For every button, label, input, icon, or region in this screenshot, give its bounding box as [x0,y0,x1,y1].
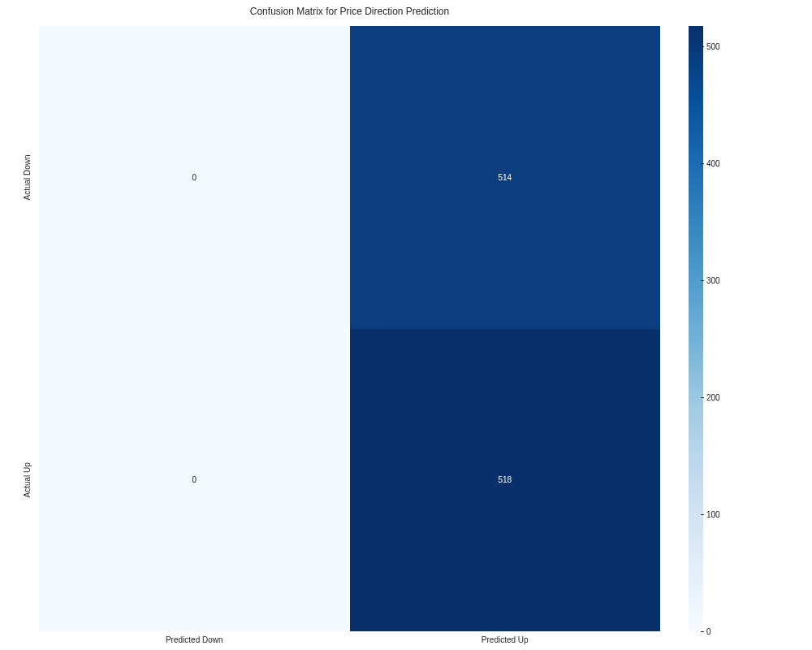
y-axis-labels: Actual Down Actual Up [15,26,39,631]
chart-title: Confusion Matrix for Price Direction Pre… [39,6,660,17]
colorbar-ticks: 500 400 300 200 100 0 [706,26,739,631]
ylabel-actual-down: Actual Down [15,26,39,329]
ctick-100: 100 [706,509,720,519]
ctick-400: 400 [706,159,720,169]
cell-actual-down-predicted-down: 0 [39,26,350,329]
cell-actual-up-predicted-up: 518 [350,329,661,632]
xlabel-predicted-down: Predicted Down [39,635,350,644]
ctick-500: 500 [706,42,720,52]
ctick-0: 0 [706,626,711,636]
cell-actual-down-predicted-up: 514 [350,26,661,329]
x-axis-labels: Predicted Down Predicted Up [39,635,660,644]
ctick-300: 300 [706,276,720,286]
ylabel-actual-up: Actual Up [15,329,39,632]
cell-actual-up-predicted-down: 0 [39,329,350,632]
ctick-200: 200 [706,392,720,402]
colorbar [689,26,703,631]
heatmap-grid: 0 514 0 518 [39,26,660,631]
confusion-matrix-chart: Confusion Matrix for Price Direction Pre… [39,26,660,631]
xlabel-predicted-up: Predicted Up [350,635,661,644]
